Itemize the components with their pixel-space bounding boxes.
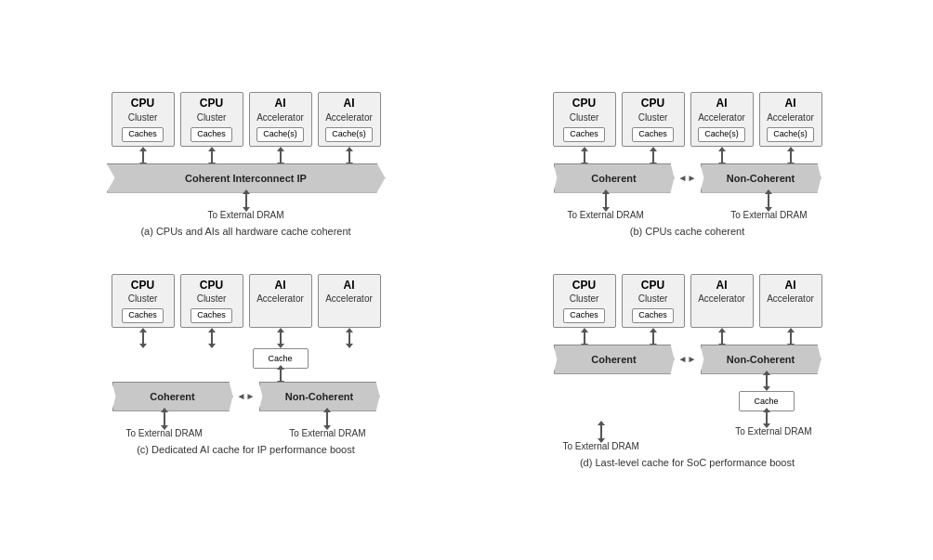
node-c-cpu1-title: CPU xyxy=(131,279,154,293)
node-cpu2-sub: Cluster xyxy=(197,111,227,124)
arrow-c-cache xyxy=(280,369,282,382)
diagram-d-banners: Coherent ◄► Non-Coherent xyxy=(554,345,821,374)
arrow-c-dram-right xyxy=(326,411,328,426)
arrow-b-2 xyxy=(652,150,654,163)
node-cpu1: CPU Cluster Caches xyxy=(112,92,175,146)
arrow-d-3 xyxy=(721,332,723,345)
node-b-cpu1-sub: Cluster xyxy=(570,111,599,124)
diagram-a-arrow-dram xyxy=(107,193,386,208)
diagram-c-nodes: CPU Cluster Caches CPU Cluster Caches AI… xyxy=(112,274,381,328)
node-d-cpu1-sub: Cluster xyxy=(570,293,599,305)
diagram-d: CPU Cluster Caches CPU Cluster Caches AI… xyxy=(471,265,903,477)
banner-d-coherent: Coherent xyxy=(554,345,675,374)
diagram-a-nodes: CPU Cluster Caches CPU Cluster Caches AI… xyxy=(112,92,381,146)
node-d-ai1: AI Accelerator xyxy=(690,274,754,328)
node-c-ai1-sub: Accelerator xyxy=(256,293,304,305)
c-left-dram: To External DRAM xyxy=(126,411,203,438)
node-c-ai2-sub: Accelerator xyxy=(325,293,373,305)
node-d-cpu1: CPU Cluster Caches xyxy=(553,274,616,328)
node-c-ai1: AI Accelerator xyxy=(249,274,312,328)
banner-b-coherent-label: Coherent xyxy=(591,173,636,184)
banner-c-noncoherent-label: Non-Coherent xyxy=(285,391,353,402)
node-b-ai1-title: AI xyxy=(716,97,728,111)
banner-c-noncoherent: Non-Coherent xyxy=(259,382,380,411)
diagram-d-content: CPU Cluster Caches CPU Cluster Caches AI… xyxy=(548,274,827,451)
banner-b-coherent: Coherent xyxy=(554,163,675,193)
arrow-d-2 xyxy=(652,332,654,345)
arrow-d-cache-bottom xyxy=(766,411,768,424)
node-b-ai1: AI Accelerator Cache(s) xyxy=(690,92,754,146)
node-d-ai2-sub: Accelerator xyxy=(767,293,814,305)
node-b-ai2-title: AI xyxy=(785,97,796,111)
diagram-c-content: CPU Cluster Caches CPU Cluster Caches AI… xyxy=(112,274,381,438)
diagram-c-bottom: To External DRAM To External DRAM xyxy=(112,411,381,438)
diagram-c-middle: Cache xyxy=(112,345,381,369)
node-cpu2-cache: Caches xyxy=(191,127,232,142)
node-b-cpu2-title: CPU xyxy=(641,97,664,111)
diagram-b-arrows-top xyxy=(553,150,822,163)
diagram-a-arrows-top xyxy=(112,150,381,163)
node-d-cpu2-sub: Cluster xyxy=(638,293,668,305)
dram-d-right: To External DRAM xyxy=(735,426,811,436)
node-b-cpu2: CPU Cluster Caches xyxy=(622,92,685,146)
node-b-cpu1: CPU Cluster Caches xyxy=(553,92,616,146)
node-c-ai1-title: AI xyxy=(275,279,286,293)
node-b-ai1-sub: Accelerator xyxy=(698,111,745,124)
node-b-ai2-sub: Accelerator xyxy=(767,111,814,124)
arrow-a-2 xyxy=(211,150,213,163)
node-b-cpu1-cache: Caches xyxy=(563,127,605,142)
arrow-c-3 xyxy=(280,332,282,345)
d-right-cache-col: Cache xyxy=(706,374,827,424)
caption-c: (c) Dedicated AI cache for IP performanc… xyxy=(137,444,355,455)
arrow-b-dram-right xyxy=(768,193,769,208)
arrow-a-3 xyxy=(280,150,282,163)
main-container: CPU Cluster Caches CPU Cluster Caches AI… xyxy=(20,73,913,487)
arrow-a-dram xyxy=(245,193,247,208)
node-d-cpu2: CPU Cluster Caches xyxy=(622,274,685,328)
node-d-ai1-sub: Accelerator xyxy=(698,293,745,305)
connector-d-h: ◄► xyxy=(677,354,699,364)
node-ai2-sub: Accelerator xyxy=(325,111,373,124)
node-b-ai2-cache: Cache(s) xyxy=(767,127,814,142)
arrow-b-dram-left xyxy=(605,193,607,208)
bidir-arrow-icon: ◄► xyxy=(678,173,697,183)
node-d-ai2-title: AI xyxy=(785,279,796,293)
node-b-cpu2-cache: Caches xyxy=(632,127,674,142)
arrow-b-3 xyxy=(721,150,723,163)
arrow-d-dram-left xyxy=(600,424,602,439)
diagram-c-arrows-mid xyxy=(112,369,381,382)
arrow-d-1 xyxy=(584,332,585,345)
node-c-cpu2-sub: Cluster xyxy=(197,293,227,305)
node-c-cpu2: CPU Cluster Caches xyxy=(180,274,243,328)
node-d-ai1-title: AI xyxy=(716,279,728,293)
node-ai2-cache: Cache(s) xyxy=(325,127,373,142)
node-c-cpu1: CPU Cluster Caches xyxy=(112,274,175,328)
diagram-c-arrows-top xyxy=(112,332,381,345)
caption-d: (d) Last-level cache for SoC performance… xyxy=(580,457,795,468)
arrow-b-1 xyxy=(584,150,585,163)
arrow-b-4 xyxy=(790,150,792,163)
diagram-b-content: CPU Cluster Caches CPU Cluster Caches AI… xyxy=(553,92,822,219)
diagram-d-arrows-top xyxy=(553,332,822,345)
diagram-d-cache-row: Cache xyxy=(548,374,827,424)
diagram-c-banners: Coherent ◄► Non-Coherent xyxy=(112,382,380,411)
connector-b-h: ◄► xyxy=(677,173,699,183)
diagram-a-content: CPU Cluster Caches CPU Cluster Caches AI… xyxy=(107,92,386,219)
arrow-d-4 xyxy=(790,332,792,345)
diagram-a: CPU Cluster Caches CPU Cluster Caches AI… xyxy=(30,83,462,245)
arrow-c-1 xyxy=(142,332,144,345)
banner-b-noncoherent: Non-Coherent xyxy=(701,163,821,193)
banner-c-coherent: Coherent xyxy=(112,382,233,411)
diagram-b-nodes: CPU Cluster Caches CPU Cluster Caches AI… xyxy=(553,92,822,146)
banner-d-noncoherent: Non-Coherent xyxy=(701,345,821,374)
node-ai2-title: AI xyxy=(344,97,355,111)
diagram-b: CPU Cluster Caches CPU Cluster Caches AI… xyxy=(471,83,903,245)
node-ai1-sub: Accelerator xyxy=(256,111,304,124)
node-c-cpu2-title: CPU xyxy=(200,279,223,293)
arrow-c-dram-left xyxy=(164,411,165,426)
arrow-a-1 xyxy=(142,150,144,163)
banner-d-coherent-label: Coherent xyxy=(591,354,636,365)
c-right-dram: To External DRAM xyxy=(289,411,365,438)
node-b-ai2: AI Accelerator Cache(s) xyxy=(759,92,822,146)
caption-b: (b) CPUs cache coherent xyxy=(630,226,745,237)
